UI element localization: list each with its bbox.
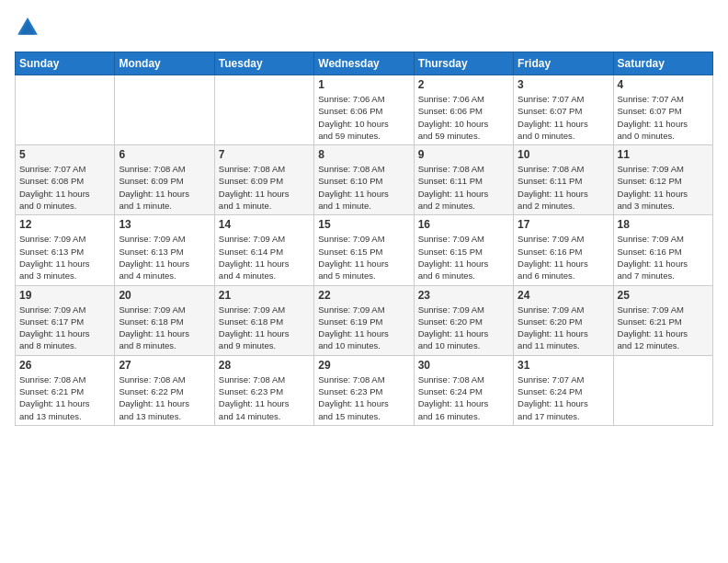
day-info: Sunrise: 7:06 AM Sunset: 6:06 PM Dayligh… [418,93,509,142]
calendar-cell [214,75,313,145]
day-number: 10 [518,148,609,161]
calendar-cell: 26Sunrise: 7:08 AM Sunset: 6:21 PM Dayli… [16,355,115,425]
day-info: Sunrise: 7:09 AM Sunset: 6:17 PM Dayligh… [19,304,110,352]
day-info: Sunrise: 7:07 AM Sunset: 6:07 PM Dayligh… [518,93,609,142]
calendar-cell: 23Sunrise: 7:09 AM Sunset: 6:20 PM Dayli… [414,285,513,355]
day-info: Sunrise: 7:08 AM Sunset: 6:09 PM Dayligh… [219,163,310,212]
day-info: Sunrise: 7:09 AM Sunset: 6:13 PM Dayligh… [119,233,210,282]
calendar-cell: 29Sunrise: 7:08 AM Sunset: 6:23 PM Dayli… [314,355,414,425]
calendar-cell: 2Sunrise: 7:06 AM Sunset: 6:06 PM Daylig… [414,75,513,145]
logo [15,15,44,40]
day-info: Sunrise: 7:06 AM Sunset: 6:06 PM Dayligh… [318,93,409,142]
calendar-cell: 27Sunrise: 7:08 AM Sunset: 6:22 PM Dayli… [115,355,214,425]
calendar-cell: 14Sunrise: 7:09 AM Sunset: 6:14 PM Dayli… [214,215,313,285]
day-info: Sunrise: 7:08 AM Sunset: 6:24 PM Dayligh… [418,373,509,422]
day-number: 24 [518,289,609,302]
day-info: Sunrise: 7:07 AM Sunset: 6:08 PM Dayligh… [19,163,110,212]
day-info: Sunrise: 7:09 AM Sunset: 6:16 PM Dayligh… [618,233,709,282]
calendar-cell: 1Sunrise: 7:06 AM Sunset: 6:06 PM Daylig… [314,75,414,145]
calendar-cell: 9Sunrise: 7:08 AM Sunset: 6:11 PM Daylig… [414,145,513,215]
day-info: Sunrise: 7:09 AM Sunset: 6:16 PM Dayligh… [518,233,609,282]
calendar-cell: 25Sunrise: 7:09 AM Sunset: 6:21 PM Dayli… [613,285,712,355]
day-info: Sunrise: 7:08 AM Sunset: 6:23 PM Dayligh… [219,373,310,422]
day-number: 22 [318,289,409,302]
calendar-week-row: 26Sunrise: 7:08 AM Sunset: 6:21 PM Dayli… [16,355,713,425]
calendar-cell: 24Sunrise: 7:09 AM Sunset: 6:20 PM Dayli… [514,285,613,355]
calendar-cell: 19Sunrise: 7:09 AM Sunset: 6:17 PM Dayli… [16,285,115,355]
day-number: 30 [418,359,509,372]
weekday-header-friday: Friday [514,52,613,75]
calendar-cell: 8Sunrise: 7:08 AM Sunset: 6:10 PM Daylig… [314,145,414,215]
day-number: 21 [219,289,310,302]
day-number: 5 [19,148,110,161]
day-info: Sunrise: 7:08 AM Sunset: 6:09 PM Dayligh… [119,163,210,212]
day-info: Sunrise: 7:09 AM Sunset: 6:12 PM Dayligh… [618,163,709,212]
calendar-cell: 12Sunrise: 7:09 AM Sunset: 6:13 PM Dayli… [16,215,115,285]
day-number: 9 [418,148,509,161]
calendar-week-row: 12Sunrise: 7:09 AM Sunset: 6:13 PM Dayli… [16,215,713,285]
weekday-header-tuesday: Tuesday [214,52,313,75]
calendar-cell: 13Sunrise: 7:09 AM Sunset: 6:13 PM Dayli… [115,215,214,285]
calendar-cell [115,75,214,145]
day-info: Sunrise: 7:08 AM Sunset: 6:10 PM Dayligh… [318,163,409,212]
day-number: 16 [418,218,509,231]
day-info: Sunrise: 7:07 AM Sunset: 6:07 PM Dayligh… [618,93,709,142]
calendar-cell: 21Sunrise: 7:09 AM Sunset: 6:18 PM Dayli… [214,285,313,355]
day-number: 11 [618,148,709,161]
day-info: Sunrise: 7:09 AM Sunset: 6:15 PM Dayligh… [418,233,509,282]
calendar-week-row: 5Sunrise: 7:07 AM Sunset: 6:08 PM Daylig… [16,145,713,215]
calendar-cell: 16Sunrise: 7:09 AM Sunset: 6:15 PM Dayli… [414,215,513,285]
weekday-header-row: SundayMondayTuesdayWednesdayThursdayFrid… [16,52,713,75]
day-info: Sunrise: 7:09 AM Sunset: 6:20 PM Dayligh… [418,304,509,352]
weekday-header-monday: Monday [115,52,214,75]
calendar-cell: 15Sunrise: 7:09 AM Sunset: 6:15 PM Dayli… [314,215,414,285]
day-number: 6 [119,148,210,161]
day-number: 8 [318,148,409,161]
calendar-cell: 17Sunrise: 7:09 AM Sunset: 6:16 PM Dayli… [514,215,613,285]
calendar-cell: 28Sunrise: 7:08 AM Sunset: 6:23 PM Dayli… [214,355,313,425]
calendar-cell: 20Sunrise: 7:09 AM Sunset: 6:18 PM Dayli… [115,285,214,355]
day-info: Sunrise: 7:08 AM Sunset: 6:22 PM Dayligh… [119,373,210,422]
day-info: Sunrise: 7:08 AM Sunset: 6:23 PM Dayligh… [318,373,409,422]
calendar-cell [613,355,712,425]
calendar-cell: 31Sunrise: 7:07 AM Sunset: 6:24 PM Dayli… [514,355,613,425]
page-header [15,15,713,40]
day-info: Sunrise: 7:07 AM Sunset: 6:24 PM Dayligh… [518,373,609,422]
calendar-cell: 3Sunrise: 7:07 AM Sunset: 6:07 PM Daylig… [514,75,613,145]
day-info: Sunrise: 7:09 AM Sunset: 6:15 PM Dayligh… [318,233,409,282]
day-number: 25 [618,289,709,302]
day-number: 27 [119,359,210,372]
day-number: 20 [119,289,210,302]
day-number: 29 [318,359,409,372]
day-number: 18 [618,218,709,231]
day-info: Sunrise: 7:09 AM Sunset: 6:21 PM Dayligh… [618,304,709,352]
day-info: Sunrise: 7:09 AM Sunset: 6:18 PM Dayligh… [219,304,310,352]
calendar-table: SundayMondayTuesdayWednesdayThursdayFrid… [15,52,713,426]
calendar-cell: 6Sunrise: 7:08 AM Sunset: 6:09 PM Daylig… [115,145,214,215]
calendar-cell: 7Sunrise: 7:08 AM Sunset: 6:09 PM Daylig… [214,145,313,215]
calendar-cell: 11Sunrise: 7:09 AM Sunset: 6:12 PM Dayli… [613,145,712,215]
day-info: Sunrise: 7:08 AM Sunset: 6:11 PM Dayligh… [518,163,609,212]
day-number: 31 [518,359,609,372]
weekday-header-wednesday: Wednesday [314,52,414,75]
calendar-week-row: 1Sunrise: 7:06 AM Sunset: 6:06 PM Daylig… [16,75,713,145]
day-info: Sunrise: 7:09 AM Sunset: 6:19 PM Dayligh… [318,304,409,352]
day-number: 17 [518,218,609,231]
day-number: 7 [219,148,310,161]
day-info: Sunrise: 7:09 AM Sunset: 6:18 PM Dayligh… [119,304,210,352]
calendar-week-row: 19Sunrise: 7:09 AM Sunset: 6:17 PM Dayli… [16,285,713,355]
day-info: Sunrise: 7:08 AM Sunset: 6:11 PM Dayligh… [418,163,509,212]
day-number: 26 [19,359,110,372]
day-info: Sunrise: 7:09 AM Sunset: 6:14 PM Dayligh… [219,233,310,282]
day-number: 4 [618,78,709,91]
weekday-header-sunday: Sunday [16,52,115,75]
day-number: 23 [418,289,509,302]
day-number: 3 [518,78,609,91]
calendar-cell: 4Sunrise: 7:07 AM Sunset: 6:07 PM Daylig… [613,75,712,145]
day-number: 13 [119,218,210,231]
day-number: 2 [418,78,509,91]
calendar-cell: 10Sunrise: 7:08 AM Sunset: 6:11 PM Dayli… [514,145,613,215]
logo-icon [15,15,40,40]
day-number: 1 [318,78,409,91]
day-number: 19 [19,289,110,302]
